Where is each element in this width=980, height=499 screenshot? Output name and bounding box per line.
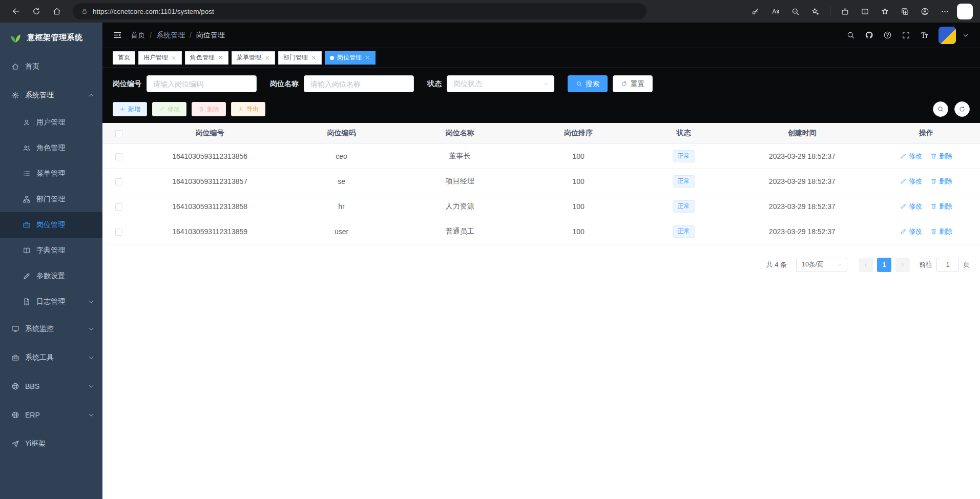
search-button[interactable]: 搜索 — [568, 75, 608, 92]
user-avatar[interactable] — [939, 27, 956, 44]
font-size-icon[interactable] — [920, 31, 929, 39]
sidebar-item-posts[interactable]: 岗位管理 — [0, 212, 102, 238]
sidebar-item-menus[interactable]: 菜单管理 — [0, 161, 102, 186]
refresh-table-button[interactable] — [954, 101, 970, 117]
zoom-button[interactable] — [787, 4, 803, 19]
row-checkbox[interactable] — [115, 178, 122, 185]
search-group: 搜索 — [568, 75, 608, 92]
browser-home-button[interactable] — [48, 3, 66, 20]
back-button[interactable] — [7, 3, 25, 20]
navbar-actions — [846, 27, 970, 44]
refresh-button[interactable] — [28, 3, 45, 20]
next-page-button[interactable] — [895, 258, 910, 272]
sidebar-item-label: 日志管理 — [36, 297, 81, 306]
close-icon[interactable] — [218, 55, 223, 60]
header-actions: 操作 — [872, 123, 980, 143]
tags-view: 首页 用户管理 角色管理 菜单管理 部门管理 — [102, 48, 980, 68]
password-key-button[interactable] — [747, 4, 763, 19]
tab-user-management[interactable]: 用户管理 — [138, 51, 182, 65]
sidebar-group-system[interactable]: 系统管理 — [0, 81, 102, 110]
sidebar-item-parameters[interactable]: 参数设置 — [0, 263, 102, 289]
row-edit-link[interactable]: 修改 — [900, 177, 922, 186]
sidebar-group-bbs[interactable]: BBS — [0, 372, 102, 401]
row-checkbox[interactable] — [115, 153, 122, 160]
sidebar-logo[interactable]: 意框架管理系统 — [0, 23, 102, 52]
sidebar-item-label: 系统工具 — [25, 353, 81, 362]
app-title: 意框架管理系统 — [27, 33, 83, 43]
close-icon[interactable] — [171, 55, 177, 60]
add-favorite-button[interactable] — [807, 4, 823, 19]
tab-home[interactable]: 首页 — [113, 51, 135, 65]
fullscreen-icon[interactable] — [902, 31, 910, 39]
add-button[interactable]: 新增 — [113, 102, 147, 116]
table-toolbar: 新增 修改 删除 导出 — [102, 99, 980, 123]
search-icon[interactable] — [846, 31, 855, 39]
cell-post-sort: 100 — [522, 194, 636, 219]
home-icon — [11, 63, 19, 71]
bing-chat-button[interactable] — [957, 4, 973, 19]
sidebar-item-dictionary[interactable]: 字典管理 — [0, 238, 102, 263]
favorites-button[interactable] — [877, 4, 893, 19]
reset-button[interactable]: 重置 — [613, 75, 653, 92]
app-window: 意框架管理系统 首页 系统管理 用户管理 角色管理 菜单管理 部门管理 — [0, 23, 980, 499]
cell-created: 2023-03-29 18:52:37 — [732, 169, 872, 194]
sidebar-item-roles[interactable]: 角色管理 — [0, 135, 102, 161]
breadcrumb-home[interactable]: 首页 — [131, 31, 145, 40]
delete-button[interactable]: 删除 — [192, 102, 226, 116]
row-checkbox[interactable] — [115, 228, 122, 236]
row-edit-link[interactable]: 修改 — [900, 227, 922, 236]
toggle-search-button[interactable] — [933, 101, 948, 117]
edit-icon — [900, 203, 907, 210]
sidebar-item-home[interactable]: 首页 — [0, 52, 102, 81]
select-all-checkbox[interactable] — [115, 130, 122, 137]
close-icon[interactable] — [264, 55, 270, 60]
close-icon[interactable] — [311, 55, 317, 60]
status-select[interactable]: 岗位状态 — [447, 75, 554, 92]
read-aloud-icon — [771, 7, 780, 16]
sidebar-toggle-button[interactable] — [113, 30, 122, 40]
sidebar-item-yi-framework[interactable]: Yi框架 — [0, 429, 102, 458]
read-aloud-button[interactable] — [767, 4, 783, 19]
browser-profile-button[interactable] — [917, 4, 933, 19]
tab-menu-management[interactable]: 菜单管理 — [232, 51, 275, 65]
tab-department-management[interactable]: 部门管理 — [278, 51, 322, 65]
row-checkbox[interactable] — [115, 203, 122, 211]
edit-button[interactable]: 修改 — [152, 102, 186, 116]
sidebar-item-users[interactable]: 用户管理 — [0, 110, 102, 135]
collections-button[interactable] — [897, 4, 913, 19]
sidebar-group-monitor[interactable]: 系统监控 — [0, 315, 102, 343]
page-number-button[interactable]: 1 — [877, 258, 891, 272]
status-select-placeholder: 岗位状态 — [453, 79, 543, 89]
chevron-down-icon — [87, 325, 95, 333]
row-delete-link[interactable]: 删除 — [930, 152, 952, 161]
breadcrumb-separator: / — [150, 31, 152, 39]
browser-menu-button[interactable] — [937, 4, 953, 19]
row-delete-link[interactable]: 删除 — [930, 227, 952, 236]
page-size-select[interactable]: 10条/页 — [796, 258, 847, 272]
table-header-row: 岗位编号 岗位编码 岗位名称 岗位排序 状态 创建时间 操作 — [102, 123, 980, 143]
prev-page-button[interactable] — [859, 258, 873, 272]
row-edit-link[interactable]: 修改 — [900, 202, 922, 211]
bing-icon — [960, 6, 971, 17]
row-edit-link[interactable]: 修改 — [900, 152, 922, 161]
close-icon[interactable] — [365, 55, 370, 60]
address-bar[interactable]: https://ccnetcore.com:1101/system/post — [73, 3, 647, 19]
sidebar-item-departments[interactable]: 部门管理 — [0, 186, 102, 212]
profile-icon — [921, 7, 929, 16]
row-delete-link[interactable]: 删除 — [930, 177, 952, 186]
row-delete-link[interactable]: 删除 — [930, 202, 952, 211]
tab-role-management[interactable]: 角色管理 — [185, 51, 228, 65]
sidebar-group-erp[interactable]: ERP — [0, 401, 102, 429]
help-icon[interactable] — [883, 31, 892, 39]
github-icon[interactable] — [865, 31, 873, 39]
post-name-input[interactable] — [304, 75, 414, 92]
extensions-button[interactable] — [837, 4, 853, 19]
split-screen-button[interactable] — [857, 4, 873, 19]
sidebar-group-logs[interactable]: 日志管理 — [0, 289, 102, 315]
export-button[interactable]: 导出 — [231, 102, 265, 116]
tab-post-management[interactable]: 岗位管理 — [325, 51, 376, 65]
breadcrumb-system[interactable]: 系统管理 — [156, 31, 185, 40]
post-code-input[interactable] — [147, 75, 257, 92]
sidebar-group-tools[interactable]: 系统工具 — [0, 343, 102, 372]
goto-page-input[interactable] — [936, 258, 959, 272]
